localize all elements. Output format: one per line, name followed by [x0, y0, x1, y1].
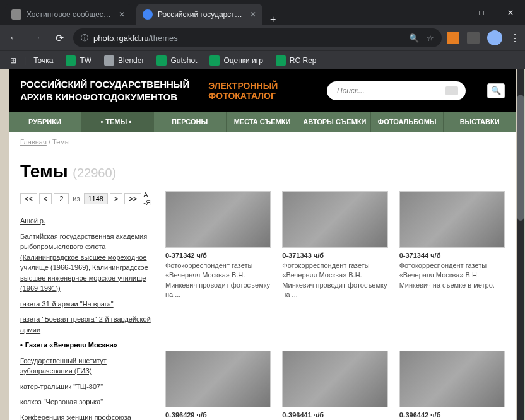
- result-card[interactable]: 0-371342 ч/б Фотокорреспондент газеты «В…: [165, 191, 271, 339]
- tab-title: Хостинговое сообщество «Tin: [27, 10, 114, 19]
- catalog-title: ЭЛЕКТРОННЫЙ ФОТОКАТАЛОГ: [208, 81, 278, 101]
- result-card[interactable]: 0-396441 ч/б Участницы легкоатлетической: [282, 351, 387, 420]
- page-title: Темы (22960): [9, 152, 516, 191]
- pager-first[interactable]: <<: [20, 193, 37, 204]
- tab-title: Российский государственный: [158, 10, 245, 19]
- search-button[interactable]: 🔍: [487, 83, 505, 98]
- search-input[interactable]: [331, 86, 445, 95]
- search-box: [327, 81, 466, 100]
- thumbnail[interactable]: [165, 191, 271, 248]
- reload-button[interactable]: ⟳: [50, 32, 68, 44]
- bookmark-item[interactable]: RC Rep: [271, 55, 322, 66]
- theme-list: Анюй р. Балтийская государственная акаде…: [20, 216, 153, 420]
- site-info-icon[interactable]: ⓘ: [81, 33, 88, 44]
- close-icon[interactable]: ✕: [119, 10, 125, 19]
- theme-link[interactable]: Конференция женщин профсоюза коммунальны…: [20, 414, 131, 421]
- bookmark-item[interactable]: Gutshot: [151, 55, 202, 66]
- browser-tab-1[interactable]: Российский государственный ✕: [136, 4, 262, 25]
- pager-next[interactable]: >: [110, 193, 122, 204]
- breadcrumb: Главная / Темы: [9, 132, 516, 152]
- address-bar[interactable]: ⓘ photo.rgakfd.ru/themes 🔍 ☆: [73, 28, 442, 47]
- theme-link-active[interactable]: •Газета «Вечерняя Москва»: [20, 340, 153, 351]
- pager-last[interactable]: >>: [124, 193, 141, 204]
- theme-link[interactable]: Анюй р.: [20, 217, 45, 225]
- thumbnail[interactable]: [282, 351, 387, 407]
- nav-persons[interactable]: ПЕРСОНЫ: [154, 112, 227, 132]
- bookmark-item[interactable]: Точка: [28, 56, 58, 65]
- zoom-icon[interactable]: 🔍: [409, 33, 419, 43]
- close-window-button[interactable]: ✕: [496, 0, 525, 25]
- window-controls: ― □ ✕: [438, 0, 525, 25]
- extension-icon[interactable]: [447, 32, 459, 44]
- card-code: 0-371342 ч/б: [165, 252, 271, 259]
- browser-tab-0[interactable]: Хостинговое сообщество «Tin ✕: [5, 4, 131, 25]
- result-card[interactable]: 0-371344 ч/б Фотокорреспондент газеты «В…: [399, 191, 505, 339]
- theme-link[interactable]: Государственный институт зубоврачевания …: [20, 357, 107, 375]
- pager: << < из 1148 > >> А -Я: [20, 191, 153, 206]
- favicon: [11, 9, 21, 20]
- nav-authors[interactable]: АВТОРЫ СЪЕМКИ: [298, 112, 371, 132]
- result-card[interactable]: 0-396442 ч/б Участницы легкоатлетической: [399, 351, 505, 420]
- pager-current-input[interactable]: [54, 193, 69, 204]
- bookmark-item[interactable]: TW: [61, 55, 97, 66]
- card-code: 0-371344 ч/б: [399, 252, 505, 259]
- site-title[interactable]: РОССИЙСКИЙ ГОСУДАРСТВЕННЫЙ АРХИВ КИНОФОТ…: [20, 78, 189, 103]
- url-text: photo.rgakfd.ru/themes: [93, 33, 178, 43]
- bookmark-item[interactable]: Blender: [99, 55, 149, 66]
- bookmarks-bar: ⊞ | Точка TW Blender Gutshot Оценки игр …: [0, 50, 525, 69]
- bookmark-star-icon[interactable]: ☆: [427, 33, 434, 43]
- pager-total: 1148: [84, 193, 108, 204]
- scrollbar-thumb[interactable]: [517, 95, 524, 221]
- bookmark-item[interactable]: Оценки игр: [204, 55, 268, 66]
- menu-icon[interactable]: ⋮: [510, 32, 520, 44]
- sort-az[interactable]: А -Я: [143, 191, 153, 206]
- main-nav: РУБРИКИ •ТЕМЫ • ПЕРСОНЫ МЕСТА СЪЕМКИ АВТ…: [9, 112, 516, 132]
- pager-prev[interactable]: <: [39, 193, 52, 204]
- close-icon[interactable]: ✕: [250, 10, 256, 19]
- thumbnail[interactable]: [282, 191, 387, 248]
- breadcrumb-current: Темы: [52, 138, 70, 146]
- results-grid: 0-371342 ч/б Фотокорреспондент газеты «В…: [165, 191, 505, 420]
- favicon: [143, 9, 153, 20]
- browser-toolbar: ← → ⟳ ⓘ photo.rgakfd.ru/themes 🔍 ☆ ⋮: [0, 25, 525, 50]
- theme-link[interactable]: колхоз "Червоная зорька": [20, 398, 103, 405]
- card-code: 0-396442 ч/б: [399, 411, 505, 419]
- extension-icon[interactable]: [467, 32, 480, 44]
- card-code: 0-396429 ч/б: [165, 411, 271, 419]
- site-header: РОССИЙСКИЙ ГОСУДАРСТВЕННЫЙ АРХИВ КИНОФОТ…: [9, 69, 516, 112]
- theme-link[interactable]: катер-тральщик "ТЩ-807": [20, 383, 103, 390]
- maximize-button[interactable]: □: [467, 0, 496, 25]
- card-text: Фотокорреспондент газеты «Вечерняя Москв…: [165, 261, 271, 300]
- page-viewport: РОССИЙСКИЙ ГОСУДАРСТВЕННЫЙ АРХИВ КИНОФОТ…: [0, 69, 525, 420]
- profile-avatar[interactable]: [487, 30, 502, 45]
- theme-link[interactable]: Балтийская государственная академия рыбо…: [20, 233, 148, 293]
- result-card[interactable]: 0-371343 ч/б Фотокорреспондент газеты «В…: [282, 191, 387, 339]
- forward-button[interactable]: →: [28, 32, 45, 44]
- sidebar: << < из 1148 > >> А -Я Анюй р. Балтийска…: [20, 191, 153, 420]
- thumbnail[interactable]: [165, 351, 271, 407]
- card-text: Фотокорреспондент газеты «Вечерняя Москв…: [399, 261, 505, 290]
- minimize-button[interactable]: ―: [438, 0, 467, 25]
- nav-exhibitions[interactable]: ВЫСТАВКИ: [444, 112, 516, 132]
- breadcrumb-home[interactable]: Главная: [20, 138, 47, 146]
- keyboard-icon[interactable]: [445, 86, 458, 95]
- back-button[interactable]: ←: [5, 32, 23, 44]
- theme-link[interactable]: газета "Боевая тревога" 2-й гвардейской …: [20, 315, 151, 334]
- thumbnail[interactable]: [399, 351, 505, 407]
- card-code: 0-396441 ч/б: [282, 411, 387, 419]
- new-tab-button[interactable]: +: [262, 14, 283, 25]
- nav-rubrics[interactable]: РУБРИКИ: [9, 112, 81, 132]
- nav-places[interactable]: МЕСТА СЪЕМКИ: [227, 112, 299, 132]
- nav-themes[interactable]: •ТЕМЫ •: [81, 112, 154, 132]
- thumbnail[interactable]: [399, 191, 505, 248]
- browser-titlebar: Хостинговое сообщество «Tin ✕ Российский…: [0, 0, 525, 25]
- card-text: Фотокорреспондент газеты «Вечерняя Москв…: [282, 261, 387, 300]
- nav-albums[interactable]: ФОТОАЛЬБОМЫ: [371, 112, 444, 132]
- card-code: 0-371343 ч/б: [282, 252, 387, 259]
- apps-button[interactable]: ⊞: [5, 56, 21, 65]
- theme-link[interactable]: газета 31-й армии "На врага": [20, 300, 114, 308]
- result-card[interactable]: 0-396429 ч/б Зрители на набережной реки …: [165, 351, 271, 420]
